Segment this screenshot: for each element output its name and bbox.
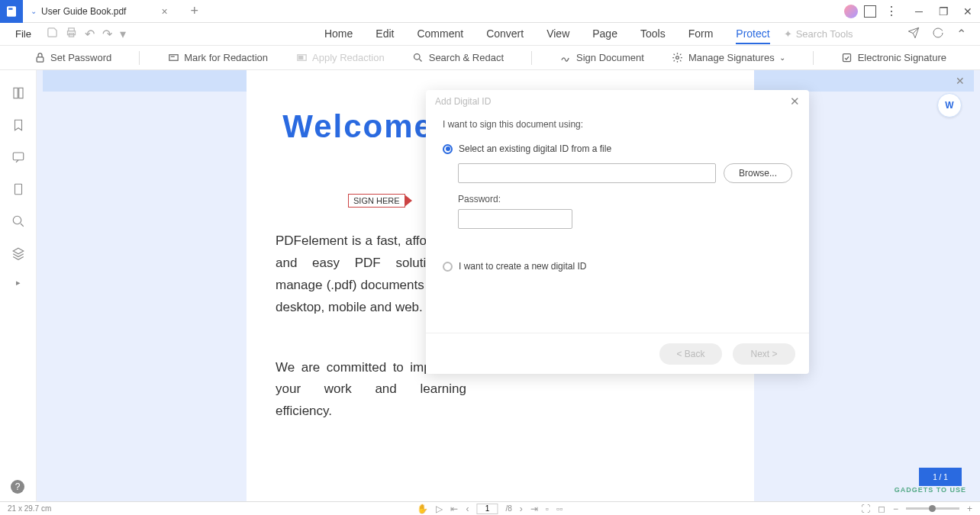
hand-tool-icon[interactable]: ✋ <box>417 504 428 514</box>
layers-icon[interactable] <box>11 246 26 261</box>
page-navigation: ✋ ▷ ⇤ ‹ /8 › ⇥ ▫ ▫▫ <box>417 504 563 514</box>
next-button[interactable]: Next > <box>733 343 795 365</box>
tab-home[interactable]: Home <box>324 24 353 44</box>
tab-tools[interactable]: Tools <box>640 24 666 44</box>
redact-apply-icon <box>295 52 308 64</box>
maximize-button[interactable]: ❐ <box>931 0 956 23</box>
tab-form[interactable]: Form <box>688 24 714 44</box>
tab-convert[interactable]: Convert <box>486 24 524 44</box>
svg-rect-9 <box>298 56 302 60</box>
add-digital-id-dialog: Add Digital ID ✕ I want to sign this doc… <box>426 90 809 374</box>
tab-title: User Guide Book.pdf <box>41 6 126 17</box>
mark-redaction-button[interactable]: Mark for Redaction <box>167 52 268 64</box>
main-tabs: Home Edit Comment Convert View Page Tool… <box>324 24 770 44</box>
tab-close-icon[interactable]: × <box>161 5 167 18</box>
share-icon[interactable] <box>864 5 876 18</box>
close-window-button[interactable]: ✕ <box>956 0 980 23</box>
qat-dropdown-icon[interactable]: ▾ <box>120 27 126 41</box>
next-page-icon[interactable]: › <box>520 504 523 514</box>
watermark-text: GADGETS TO USE <box>895 486 966 494</box>
search-redact-icon <box>412 52 424 64</box>
search-tools[interactable]: ✦ Search Tools <box>784 28 853 40</box>
browse-button[interactable]: Browse... <box>724 163 792 183</box>
infobar-close-icon[interactable]: ✕ <box>956 75 965 87</box>
more-menu-icon[interactable]: ⋮ <box>885 4 898 18</box>
radio-existing-id[interactable]: Select an existing digital ID from a fil… <box>443 143 792 154</box>
radio-icon <box>443 262 453 272</box>
digital-id-path-input[interactable] <box>458 163 716 183</box>
sign-here-field[interactable]: SIGN HERE <box>348 194 405 208</box>
search-redact-button[interactable]: Search & Redact <box>412 52 504 64</box>
search-tools-placeholder: Search Tools <box>796 28 853 40</box>
user-avatar-icon[interactable] <box>844 5 858 18</box>
dialog-title: Add Digital ID <box>435 96 491 107</box>
protect-ribbon: Set Password Mark for Redaction Apply Re… <box>0 46 980 70</box>
dialog-close-icon[interactable]: ✕ <box>790 95 800 108</box>
tab-protect[interactable]: Protect <box>736 24 769 44</box>
radio-new-id[interactable]: I want to create a new digital ID <box>443 261 792 272</box>
manage-signatures-button[interactable]: Manage Signatures ⌄ <box>672 52 785 64</box>
tab-view[interactable]: View <box>546 24 569 44</box>
print-icon[interactable] <box>66 27 77 41</box>
search-icon[interactable] <box>11 214 26 229</box>
word-export-icon[interactable]: W <box>937 93 962 117</box>
esign-icon <box>841 52 853 64</box>
fit-width-icon[interactable]: ⛶ <box>861 504 870 514</box>
svg-line-19 <box>21 224 24 227</box>
back-button[interactable]: < Back <box>659 343 722 365</box>
app-logo-icon[interactable] <box>0 0 23 23</box>
svg-point-18 <box>13 216 21 224</box>
svg-point-12 <box>676 56 679 60</box>
svg-rect-15 <box>18 88 22 98</box>
redo-icon[interactable]: ↷ <box>102 27 112 41</box>
sync-icon[interactable] <box>932 27 944 42</box>
apply-redaction-button: Apply Redaction <box>295 52 385 64</box>
save-icon[interactable] <box>47 27 58 41</box>
gear-icon <box>672 52 684 64</box>
expand-sidebar-icon[interactable]: ▸ <box>16 278 21 288</box>
statusbar: 21 x 29.7 cm ✋ ▷ ⇤ ‹ /8 › ⇥ ▫ ▫▫ ⛶ ◻ − + <box>0 501 980 515</box>
send-icon[interactable] <box>907 27 920 42</box>
zoom-slider[interactable] <box>906 507 959 510</box>
fit-page-icon[interactable]: ◻ <box>878 504 885 514</box>
titlebar: ⌄ User Guide Book.pdf × + ⋮ ─ ❐ ✕ <box>0 0 980 23</box>
collapse-ribbon-icon[interactable]: ⌃ <box>956 27 966 41</box>
svg-rect-14 <box>14 88 18 98</box>
bookmark-icon[interactable] <box>11 117 26 133</box>
undo-icon[interactable]: ↶ <box>85 27 95 41</box>
minimize-button[interactable]: ─ <box>907 0 931 23</box>
first-page-icon[interactable]: ⇤ <box>450 504 458 514</box>
page-number-input[interactable] <box>476 504 498 514</box>
quick-access-toolbar: ↶ ↷ ▾ <box>47 27 126 41</box>
tab-comment[interactable]: Comment <box>417 24 463 44</box>
svg-rect-17 <box>15 184 21 195</box>
electronic-signature-button[interactable]: Electronic Signature <box>841 52 946 64</box>
prev-page-icon[interactable]: ‹ <box>466 504 469 514</box>
zoom-out-icon[interactable]: − <box>893 504 898 514</box>
password-label: Password: <box>458 194 792 204</box>
new-tab-button[interactable]: + <box>191 3 199 19</box>
document-tab[interactable]: ⌄ User Guide Book.pdf × <box>23 0 176 23</box>
last-page-icon[interactable]: ⇥ <box>530 504 538 514</box>
signature-icon <box>559 52 572 64</box>
tab-page[interactable]: Page <box>592 24 617 44</box>
radio-icon <box>443 144 453 154</box>
chevron-down-icon: ⌄ <box>31 7 37 15</box>
lock-icon <box>34 52 46 64</box>
tab-edit[interactable]: Edit <box>376 24 394 44</box>
select-tool-icon[interactable]: ▷ <box>436 504 443 514</box>
comment-icon[interactable] <box>11 150 26 165</box>
help-icon[interactable]: ? <box>11 480 24 494</box>
sign-document-button[interactable]: Sign Document <box>559 52 644 64</box>
svg-rect-1 <box>8 8 12 9</box>
two-page-icon[interactable]: ▫▫ <box>556 504 563 514</box>
set-password-button[interactable]: Set Password <box>34 52 111 64</box>
thumbnails-icon[interactable] <box>11 85 26 101</box>
attachment-icon[interactable] <box>11 182 26 197</box>
svg-rect-16 <box>13 153 24 160</box>
file-menu[interactable]: File <box>6 28 40 40</box>
password-input[interactable] <box>458 209 572 229</box>
svg-rect-6 <box>169 55 178 61</box>
zoom-in-icon[interactable]: + <box>967 504 972 514</box>
single-page-icon[interactable]: ▫ <box>546 504 549 514</box>
